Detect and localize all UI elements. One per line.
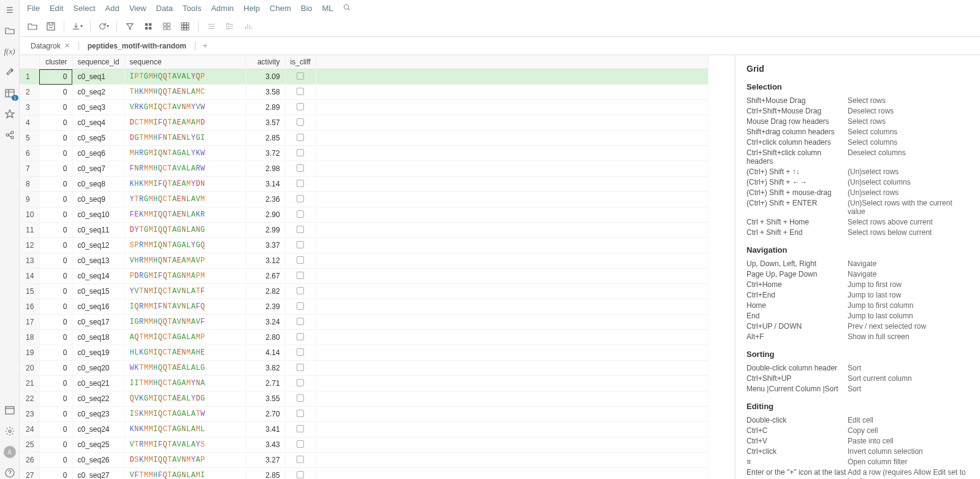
cell-sequence-id[interactable]: c0_seq27 xyxy=(72,468,124,480)
row-number[interactable]: 6 xyxy=(20,146,39,161)
row-number[interactable]: 7 xyxy=(20,161,39,177)
cell-sequence-id[interactable]: c0_seq15 xyxy=(72,284,124,299)
cell-cluster[interactable]: 0 xyxy=(39,284,72,299)
cell-sequence-id[interactable]: c0_seq20 xyxy=(72,361,124,376)
table-row[interactable]: 70c0_seq7FNRMMHQCTAVALARW2.98 xyxy=(20,161,708,177)
menu-edit[interactable]: Edit xyxy=(50,4,63,13)
table-row[interactable]: 210c0_seq21IITMMHQCTAGAMYNA2.71 xyxy=(20,376,708,391)
cell-cluster[interactable]: 0 xyxy=(39,315,72,330)
menu-tools[interactable]: Tools xyxy=(183,4,201,13)
cell-sequence[interactable]: FNRMMHQCTAVALARW xyxy=(124,161,246,177)
settings-icon[interactable] xyxy=(4,425,16,437)
cell-sequence-id[interactable]: c0_seq13 xyxy=(72,253,124,269)
cell-sequence[interactable]: HLKGMIQCTAENMAHE xyxy=(124,345,246,361)
cell-is-cliff[interactable] xyxy=(285,85,316,100)
table-row[interactable]: 230c0_seq23ISKMMIQCTAGALATW2.70 xyxy=(20,407,708,422)
cell-activity[interactable]: 2.85 xyxy=(246,131,285,146)
refresh-icon[interactable]: ▾ xyxy=(98,21,109,32)
cell-cluster[interactable]: 0 xyxy=(39,192,72,207)
cell-activity[interactable]: 2.89 xyxy=(246,100,285,115)
cell-is-cliff[interactable] xyxy=(285,453,316,468)
card-view-icon[interactable] xyxy=(224,21,235,32)
cell-activity[interactable]: 2.90 xyxy=(246,207,285,223)
cell-sequence-id[interactable]: c0_seq4 xyxy=(72,115,124,131)
checkbox-icon[interactable] xyxy=(297,180,304,187)
cell-is-cliff[interactable] xyxy=(285,391,316,407)
cell-activity[interactable]: 3.58 xyxy=(246,85,285,100)
cell-sequence[interactable]: YTRGMHQCTAENLAVM xyxy=(124,192,246,207)
row-number[interactable]: 1 xyxy=(20,69,39,85)
cell-activity[interactable]: 2.36 xyxy=(246,192,285,207)
checkbox-icon[interactable] xyxy=(297,364,304,371)
cell-is-cliff[interactable] xyxy=(285,146,316,161)
table-row[interactable]: 130c0_seq13VHRMMHQNTAEAMAVP3.12 xyxy=(20,253,708,269)
row-number[interactable]: 2 xyxy=(20,85,39,100)
table-row[interactable]: 150c0_seq15YVTNMIQCTAVNLATF2.82 xyxy=(20,284,708,299)
cell-activity[interactable]: 2.99 xyxy=(246,223,285,238)
menu-view[interactable]: View xyxy=(129,4,146,13)
cell-cluster[interactable]: 0 xyxy=(39,330,72,345)
table-row[interactable]: 50c0_seq5DGTMMHFNTAENLYGI2.85 xyxy=(20,131,708,146)
cell-cluster[interactable]: 0 xyxy=(39,69,72,85)
cell-is-cliff[interactable] xyxy=(285,131,316,146)
cell-is-cliff[interactable] xyxy=(285,315,316,330)
row-number[interactable]: 12 xyxy=(20,238,39,253)
checkbox-icon[interactable] xyxy=(297,456,304,463)
row-number[interactable]: 11 xyxy=(20,223,39,238)
cell-activity[interactable]: 3.12 xyxy=(246,253,285,269)
menu-bio[interactable]: Bio xyxy=(301,4,313,13)
cell-sequence-id[interactable]: c0_seq1 xyxy=(72,69,124,85)
table-row[interactable]: 80c0_seq8KHKMMIFQTAEAMYDN3.14 xyxy=(20,177,708,192)
table-row[interactable]: 110c0_seq11DYTGMIQQTAGNLANG2.99 xyxy=(20,223,708,238)
cell-sequence[interactable]: DCTMMIFQTAEAMAMD xyxy=(124,115,246,131)
row-number[interactable]: 16 xyxy=(20,299,39,315)
cell-is-cliff[interactable] xyxy=(285,422,316,437)
star-icon[interactable] xyxy=(4,108,16,120)
row-number[interactable]: 26 xyxy=(20,453,39,468)
menu-chem[interactable]: Chem xyxy=(270,4,291,13)
col-is-cliff[interactable]: is_cliff xyxy=(285,55,316,69)
menu-select[interactable]: Select xyxy=(73,4,95,13)
cell-activity[interactable]: 3.57 xyxy=(246,115,285,131)
menu-add[interactable]: Add xyxy=(105,4,120,13)
row-number[interactable]: 19 xyxy=(20,345,39,361)
cell-cluster[interactable]: 0 xyxy=(39,361,72,376)
cell-sequence[interactable]: VHRMMHQNTAEAMAVP xyxy=(124,253,246,269)
table-row[interactable]: 270c0_seq27VFTMMHFQTAGNLAMI2.85 xyxy=(20,468,708,480)
row-number[interactable]: 15 xyxy=(20,284,39,299)
cell-sequence[interactable]: IITMMHQCTAGAMYNA xyxy=(124,376,246,391)
checkbox-icon[interactable] xyxy=(297,210,304,218)
menu-admin[interactable]: Admin xyxy=(211,4,234,13)
cell-is-cliff[interactable] xyxy=(285,330,316,345)
cell-sequence-id[interactable]: c0_seq3 xyxy=(72,100,124,115)
row-number[interactable]: 24 xyxy=(20,422,39,437)
cell-activity[interactable]: 3.82 xyxy=(246,361,285,376)
cell-cluster[interactable]: 0 xyxy=(39,376,72,391)
row-number[interactable]: 21 xyxy=(20,376,39,391)
checkbox-icon[interactable] xyxy=(297,425,304,432)
cell-cluster[interactable]: 0 xyxy=(39,223,72,238)
cell-sequence-id[interactable]: c0_seq16 xyxy=(72,299,124,315)
cell-activity[interactable]: 2.67 xyxy=(246,269,285,284)
table-row[interactable]: 240c0_seq24KNKMMIQCTAGNLAML3.41 xyxy=(20,422,708,437)
cell-is-cliff[interactable] xyxy=(285,437,316,453)
cell-activity[interactable]: 3.27 xyxy=(246,453,285,468)
checkbox-icon[interactable] xyxy=(297,149,304,156)
cell-is-cliff[interactable] xyxy=(285,161,316,177)
checkbox-icon[interactable] xyxy=(297,103,304,110)
cell-activity[interactable]: 3.14 xyxy=(246,177,285,192)
cell-activity[interactable]: 4.14 xyxy=(246,345,285,361)
menu-help[interactable]: Help xyxy=(243,4,260,13)
cell-sequence-id[interactable]: c0_seq12 xyxy=(72,238,124,253)
share-icon[interactable] xyxy=(4,129,16,141)
cell-is-cliff[interactable] xyxy=(285,284,316,299)
cell-cluster[interactable]: 0 xyxy=(39,85,72,100)
cell-cluster[interactable]: 0 xyxy=(39,299,72,315)
cell-is-cliff[interactable] xyxy=(285,223,316,238)
cell-is-cliff[interactable] xyxy=(285,238,316,253)
cell-activity[interactable]: 2.39 xyxy=(246,299,285,315)
table-row[interactable]: 180c0_seq18AQTMMIQCTAGALAMP2.80 xyxy=(20,330,708,345)
window-icon[interactable] xyxy=(4,404,16,416)
table-icon[interactable]: 1 xyxy=(4,87,16,99)
checkbox-icon[interactable] xyxy=(297,134,304,141)
